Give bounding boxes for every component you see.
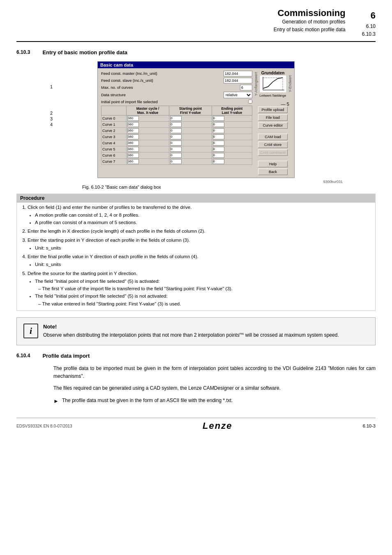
col-start: Starting pointFirst Y-value <box>169 106 212 115</box>
curve-end-input[interactable] <box>213 153 224 158</box>
curve-start <box>169 146 212 152</box>
curve-start-input[interactable] <box>170 122 182 127</box>
curve-master <box>126 134 169 140</box>
cam-load-button[interactable]: CAM load <box>258 134 288 140</box>
note-content: Note! Observe when distributing the inte… <box>43 324 369 339</box>
curve-start <box>169 134 212 140</box>
curve-row: Curve 5 <box>101 146 252 152</box>
curve-name: Curve 3 <box>101 134 127 140</box>
curve-name: Curve 0 <box>101 115 127 121</box>
curve-start <box>169 115 212 121</box>
leitwert-label: Leitwert-Taktlänge <box>260 94 286 97</box>
step-text: Define the source for the starting point… <box>28 271 137 276</box>
file-load-button[interactable]: File load <box>258 114 288 121</box>
curve-end-input[interactable] <box>213 122 224 127</box>
curve-master-input[interactable] <box>127 141 139 146</box>
dialog-content: Feed const. master (Inc./m_unit) Feed co… <box>98 68 294 178</box>
curve-end-input[interactable] <box>213 159 224 164</box>
curve-end-input[interactable] <box>213 116 224 121</box>
dialog-buttons: Profile upload File load Curve editor CA… <box>258 106 288 175</box>
curve-editor-button[interactable]: Curve editor <box>258 122 288 129</box>
curve-end <box>212 115 252 121</box>
section-610-4-num: 6.10.4 <box>16 353 30 359</box>
curve-master-input[interactable] <box>127 147 139 152</box>
curve-master <box>126 158 169 164</box>
curve-row: Curve 7 <box>101 158 252 164</box>
arrow-icon: ► <box>53 397 59 406</box>
curve-master <box>126 121 169 127</box>
curve-end-input[interactable] <box>213 134 224 139</box>
cam-store-button[interactable]: CAM store <box>258 141 288 148</box>
curve-start-input[interactable] <box>170 153 182 158</box>
curve-end <box>212 146 252 152</box>
curve-start-input[interactable] <box>170 128 182 133</box>
curve-name: Curve 7 <box>101 158 127 164</box>
initial-point-checkbox[interactable] <box>248 99 252 104</box>
chapter-title: Commissioning <box>274 8 346 18</box>
curve-start <box>169 158 212 164</box>
label-1: 1 <box>50 84 53 89</box>
curve-start-input[interactable] <box>170 159 182 164</box>
curve-start-input[interactable] <box>170 116 182 121</box>
curve-name: Curve 4 <box>101 140 127 146</box>
header-right: Commissioning Generation of motion profi… <box>274 8 376 39</box>
chapter-sub1: Generation of motion profiles <box>274 18 346 26</box>
figure-caption: Fig. 6.10-2 "Basic cam data" dialog box <box>16 185 376 190</box>
section-para-2: The files required can be generated usin… <box>53 384 376 392</box>
data-structure-select[interactable]: relative absolute <box>224 92 252 98</box>
curve-start <box>169 127 212 134</box>
curve-start-input[interactable] <box>170 147 182 152</box>
curve-master-input[interactable] <box>127 128 139 133</box>
curve-row: Curve 6 <box>101 152 252 158</box>
page-footer: EDSVS9332K EN 8.0-07/2013 Lenze 6.10-3 <box>16 418 376 431</box>
curve-master-input[interactable] <box>127 116 139 121</box>
curve-master-input[interactable] <box>127 159 139 164</box>
chapter-num: 6 <box>362 8 376 23</box>
curve-master-input[interactable] <box>127 134 139 139</box>
help-button[interactable]: Help <box>258 161 288 167</box>
footer-right: 6.10-3 <box>363 423 376 428</box>
feed-slave-input[interactable] <box>224 78 252 83</box>
col-master: Master cycle /Max. X-value <box>126 106 169 115</box>
back-button[interactable]: Back <box>258 169 288 175</box>
step-bullet-dash: – The value entered in field "Starting p… <box>38 301 372 308</box>
curve-start-input[interactable] <box>170 141 182 146</box>
curve-master-input[interactable] <box>127 122 139 127</box>
curve-start-input[interactable] <box>170 134 182 139</box>
curve-master-input[interactable] <box>127 153 139 158</box>
procedure-table: Procedure Click on field (1) and enter t… <box>16 194 376 311</box>
cam-command-button[interactable]: CAM command <box>258 149 288 156</box>
page-header: Commissioning Generation of motion profi… <box>16 8 376 42</box>
interpolation-sup: interpolation pointsms <box>198 332 244 338</box>
curve-end-input[interactable] <box>213 147 224 152</box>
step-bullet-dash: – The first Y value of the import file i… <box>38 285 372 292</box>
ref-num: 9300kur031 <box>16 180 343 184</box>
curve-row: Curve 0 <box>101 115 252 121</box>
procedure-header: Procedure <box>17 194 376 202</box>
section-610-4-title: Profile data import <box>42 353 90 359</box>
curve-end-input[interactable] <box>213 141 224 146</box>
max-curves-input[interactable] <box>240 85 252 90</box>
feed-master-row: Feed const. master (Inc./m_unit) <box>101 71 252 76</box>
curve-name: Curve 1 <box>101 121 127 127</box>
label-4: 4 <box>50 122 53 127</box>
procedure-step: Define the source for the starting point… <box>28 270 372 308</box>
note-icon: i <box>23 324 38 338</box>
curve-row: Curve 1 <box>101 121 252 127</box>
grunddaten-chart <box>260 75 286 92</box>
col-end: Ending pointLast Y-value <box>212 106 252 115</box>
procedure-step: Enter the final profile value in Y direc… <box>28 253 372 268</box>
feed-slave-row: Feed const. slave (Inc./s_unit) <box>101 78 252 83</box>
feed-master-input[interactable] <box>224 71 252 76</box>
curve-master <box>126 146 169 152</box>
y-anfangswert-label: Y-Anfangswert <box>254 72 258 96</box>
curve-name: Curve 5 <box>101 146 127 152</box>
step-bullet: A motion profile can consist of 1, 2, 4 … <box>35 212 372 219</box>
footer-left: EDSVS9332K EN 8.0-07/2013 <box>16 424 72 428</box>
data-structure-label: Data structure <box>101 92 224 97</box>
step-bullet: A profile can consist of a maximum of 5 … <box>35 219 372 226</box>
curve-end-input[interactable] <box>213 128 224 133</box>
curve-row: Curve 4 <box>101 140 252 146</box>
profile-upload-button[interactable]: Profile upload <box>258 106 288 113</box>
section-610-3-heading: 6.10.3 Entry of basic motion profile dat… <box>16 49 376 56</box>
